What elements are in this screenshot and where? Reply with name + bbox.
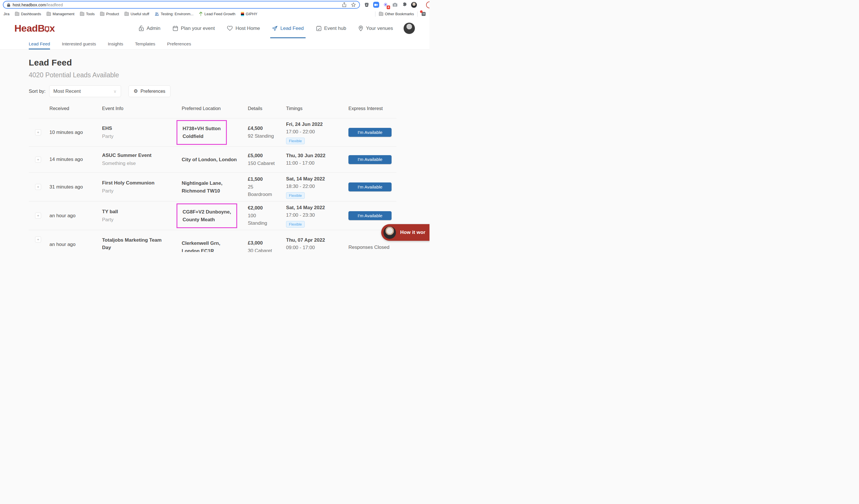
tab-templates[interactable]: Templates (135, 38, 155, 49)
expand-row-button[interactable]: + (35, 129, 41, 135)
nav-your-venues[interactable]: Your venues (358, 18, 393, 38)
im-available-button[interactable]: I'm Available (348, 211, 392, 220)
expand-row-button[interactable]: + (35, 157, 41, 163)
bookmark-tools[interactable]: Tools (80, 12, 94, 16)
budget: £4,500 (248, 125, 286, 132)
expand-row-button[interactable]: + (35, 213, 41, 219)
im-available-button[interactable]: I'm Available (348, 155, 392, 164)
camera-extension-icon[interactable] (392, 2, 398, 8)
timings-cell: Fri, 24 Jun 2022 17:00 - 22:00 Flexible (286, 121, 348, 144)
bookmark-lead-feed-growth[interactable]: Lead Feed Growth (199, 12, 236, 16)
zoom-extension-icon[interactable] (373, 2, 379, 8)
event-name: EHS (102, 125, 182, 132)
event-time: 17:00 - 23:30 (286, 212, 348, 219)
event-time: 11:00 - 17:00 (286, 159, 348, 167)
sort-dropdown-value: Most Recent (54, 89, 81, 94)
table-header: Received Event Info Preferred Location D… (29, 106, 396, 118)
event-date: Sat, 14 May 2022 (286, 175, 348, 183)
bookmark-useful-stuff[interactable]: Useful stuff (124, 12, 149, 16)
col-details: Details (248, 106, 286, 111)
nav-event-hub[interactable]: Event hub (316, 18, 346, 38)
bookmark-star-icon[interactable] (351, 2, 356, 7)
tab-lead-feed[interactable]: Lead Feed (29, 38, 50, 49)
table-row: + 31 minutes ago First Holy Communion Pa… (29, 172, 396, 201)
tab-insights[interactable]: Insights (108, 38, 123, 49)
event-name: ASUC Summer Event (102, 152, 182, 159)
url-text: host.headbox.com/leadfeed (13, 3, 63, 7)
table-row: + 14 minutes ago ASUC Summer Event Somet… (29, 146, 396, 172)
preferences-button[interactable]: ⚙ Preferences (129, 85, 171, 97)
sort-dropdown[interactable]: Most Recent ∨ (49, 85, 121, 97)
event-name: TY ball (102, 208, 182, 215)
bookmark-testing-environment[interactable]: Testing: Environm... (155, 12, 194, 16)
bookmark-jira[interactable]: Jira (3, 12, 10, 16)
share-icon[interactable] (342, 2, 346, 7)
budget: £3,000 (248, 239, 286, 247)
event-time: 18:30 - 22:00 (286, 183, 348, 190)
tab-interested-guests[interactable]: Interested guests (62, 38, 96, 49)
received-cell: an hour ago (49, 242, 102, 247)
tab-preferences[interactable]: Preferences (167, 38, 191, 49)
lead-table: Received Event Info Preferred Location D… (29, 106, 396, 252)
url-host: host.headbox.com (13, 3, 46, 7)
browser-profile-avatar[interactable] (411, 2, 417, 8)
site-header: HeadBx Admin Plan your event Host Home L… (0, 18, 430, 38)
headbox-logo[interactable]: HeadBx (14, 23, 55, 34)
event-info-cell: TY ball Party (102, 208, 182, 224)
leads-count-subtitle: 4020 Potential Leads Available (29, 71, 430, 79)
budget: £5,000 (248, 152, 286, 159)
loom-extension-icon[interactable]: ✳ 4 (382, 2, 389, 8)
address-bar[interactable]: host.headbox.com/leadfeed (3, 1, 360, 9)
im-available-button[interactable]: I'm Available (348, 128, 392, 137)
extensions-puzzle-icon[interactable] (401, 2, 408, 8)
map-pin-icon (358, 25, 363, 31)
capacity: 92 Standing (248, 133, 286, 140)
expand-row-button[interactable]: + (35, 184, 41, 190)
how-it-works-label: How it wor (400, 230, 425, 235)
reading-list-icon[interactable] (421, 12, 426, 16)
bookmark-dashboards[interactable]: Dashboards (15, 12, 41, 16)
chevron-down-icon: ∨ (114, 89, 117, 94)
preferred-location: Clerkenwell Grn, London EC1R (182, 239, 220, 252)
people-icon (155, 12, 159, 16)
preferred-location: City of London, London (182, 156, 237, 164)
event-info-cell: First Holy Communion Party (102, 179, 182, 195)
details-cell: £4,500 92 Standing (248, 125, 286, 140)
page-title: Lead Feed (29, 58, 430, 67)
user-avatar[interactable] (403, 22, 415, 34)
im-available-button[interactable]: I'm Available (348, 182, 392, 192)
col-timings: Timings (286, 106, 348, 111)
bucket-extension-icon[interactable] (363, 2, 370, 8)
location-cell: CG8F+V2 Dunboyne, County Meath (182, 207, 248, 225)
nav-admin[interactable]: Admin (139, 18, 161, 38)
folder-icon (379, 12, 383, 16)
nav-host-home[interactable]: Host Home (227, 18, 260, 38)
lock-icon[interactable] (7, 3, 10, 7)
details-cell: £3,000 30 Cabaret (248, 239, 286, 252)
url-path: /leadfeed (46, 3, 63, 7)
preferred-location-highlighted: CG8F+V2 Dunboyne, County Meath (177, 203, 237, 228)
col-express-interest: Express Interest (348, 106, 396, 111)
flexible-badge: Flexible (286, 192, 305, 199)
bookmark-management[interactable]: Management (47, 12, 74, 16)
main-nav: Admin Plan your event Host Home Lead Fee… (139, 18, 393, 38)
how-it-works-widget[interactable]: How it wor (381, 224, 430, 241)
profile-ring-icon[interactable] (426, 1, 430, 8)
timings-cell: Thu, 30 Jun 2022 11:00 - 17:00 (286, 152, 348, 167)
folder-icon (80, 12, 84, 16)
event-name: Totaljobs Marketing Team Day (102, 236, 182, 251)
nav-plan-your-event[interactable]: Plan your event (172, 18, 215, 38)
budget: €2,000 (248, 204, 286, 212)
bookmark-giphy[interactable]: GIPHY (241, 12, 257, 16)
event-type: Something else (102, 160, 182, 167)
table-row: + 10 minutes ago EHS Party H738+VH Sutto… (29, 118, 396, 146)
event-type: Party (102, 216, 182, 224)
other-bookmarks[interactable]: Other Bookmarks (379, 12, 414, 16)
location-cell: Clerkenwell Grn, London EC1R (182, 239, 248, 252)
table-row: + an hour ago TY ball Party CG8F+V2 Dunb… (29, 201, 396, 230)
received-cell: 14 minutes ago (49, 157, 102, 162)
event-type: Party (102, 187, 182, 195)
nav-lead-feed[interactable]: Lead Feed (272, 18, 304, 38)
bookmark-product[interactable]: Product (100, 12, 119, 16)
expand-row-button[interactable]: + (35, 236, 41, 243)
